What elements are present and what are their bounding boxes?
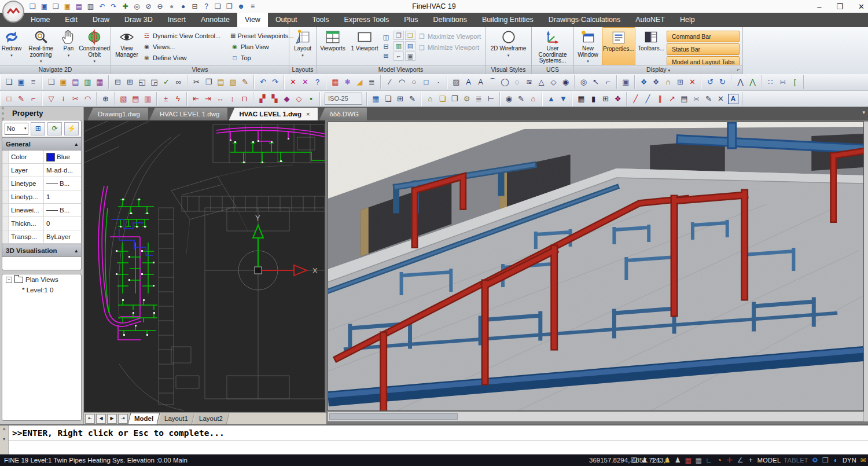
edit-b-icon[interactable]: ▚ <box>269 93 281 105</box>
tree-root-plan-views[interactable]: − Plan Views <box>2 274 81 285</box>
polar-tracking-icon[interactable]: ◔ <box>716 454 723 466</box>
batch-preview-icon[interactable]: ◲ <box>148 76 160 89</box>
property-row-layer[interactable]: LayerM-ad-d... <box>2 164 81 177</box>
menu-tab-annotate[interactable]: Annotate <box>193 13 237 27</box>
annotation-vis-icon[interactable]: ♟ <box>674 454 682 466</box>
move-icon[interactable]: ❖ <box>638 76 650 89</box>
zoom-icon[interactable]: ◎ <box>132 1 142 12</box>
menu-tab-draw-3d[interactable]: Draw 3D <box>117 13 160 27</box>
dim-baseline-icon[interactable]: ↕ <box>226 93 238 105</box>
edit-c-icon[interactable]: ◆ <box>281 93 293 105</box>
copy-dwg-icon[interactable]: ❐ <box>448 93 461 105</box>
bld-new-icon[interactable]: ❏ <box>28 1 38 12</box>
view-manager-button[interactable]: View Manager <box>111 27 142 65</box>
menu-tab-drawings-calculations[interactable]: Drawings-Calculations <box>541 13 628 27</box>
new-drawing-icon[interactable]: ❏ <box>51 1 61 12</box>
rect-red-icon[interactable]: □ <box>3 93 15 105</box>
layer-edit-icon[interactable]: ✎ <box>406 93 418 105</box>
viewport-2d-plan[interactable]: Y X <box>84 120 325 412</box>
tab-close-icon[interactable]: × <box>306 108 310 120</box>
pipe-edit-icon[interactable]: ✎ <box>703 93 715 105</box>
menu-tab-definitions[interactable]: Definitions <box>426 13 475 27</box>
tab-overflow-icon[interactable]: ▾ <box>862 109 865 115</box>
redo-icon[interactable]: ↷ <box>269 76 281 89</box>
purge-icon[interactable]: ✕ <box>299 76 311 89</box>
layout-nav-0-button[interactable]: ⇤ <box>85 414 95 424</box>
pan-icon[interactable]: ✚ <box>120 1 130 12</box>
folder-dwg-icon[interactable]: ❏ <box>436 93 448 105</box>
split-vertical-icon[interactable]: ◫ <box>381 33 391 41</box>
fillet-icon[interactable]: ◠ <box>82 93 94 105</box>
copy-obj-icon[interactable]: ❖ <box>650 76 662 89</box>
unlock-icon[interactable]: ∩ <box>662 76 674 89</box>
layer-sheet-icon[interactable]: ❏ <box>382 93 394 105</box>
preview-icon[interactable]: ◱ <box>136 76 148 89</box>
join-viewports-icon[interactable]: ❐ <box>393 31 404 40</box>
dyn-input-icon[interactable]: ◐ <box>832 454 840 466</box>
split-four-icon[interactable]: ⊞ <box>381 52 391 60</box>
layout-button[interactable]: Layout ▾ <box>289 27 316 65</box>
layout-tab-model[interactable]: Model <box>128 413 160 424</box>
mail-icon[interactable]: ✉ <box>859 454 867 466</box>
object-track-icon[interactable]: ∠ <box>737 454 744 466</box>
property-row-linetype[interactable]: LinetypeB... <box>2 177 81 190</box>
layout-nav-3-button[interactable]: ⇥ <box>118 414 128 424</box>
close-button[interactable]: ✕ <box>858 2 865 11</box>
save-as-icon[interactable]: ▥ <box>86 1 95 12</box>
wall-icon[interactable]: ▦ <box>575 93 587 105</box>
paste-special-icon[interactable]: ▧ <box>227 76 239 89</box>
layout-tab-layout2[interactable]: Layout2 <box>193 413 230 424</box>
sketch-icon[interactable]: ✎ <box>15 93 27 105</box>
command-close-icon[interactable]: ✕ <box>2 427 6 432</box>
cut-icon[interactable]: ✂ <box>190 76 203 89</box>
preset-viewpoints-button[interactable]: ▦Preset Viewpoints... <box>230 30 288 41</box>
layer-grid-icon[interactable]: ⊞ <box>394 93 406 105</box>
polygonal-viewport-icon[interactable]: ⌐ <box>393 52 404 61</box>
poly-select-icon[interactable]: ▽ <box>45 93 57 105</box>
pipe-blue-icon[interactable]: ╱ <box>642 93 654 105</box>
horizontal-scrollbar[interactable] <box>328 412 864 421</box>
menu-tab-express-tools[interactable]: Express Tools <box>337 13 397 27</box>
undo-icon[interactable]: ↶ <box>257 76 269 89</box>
ucs-button[interactable]: User Coordinate Systems... <box>532 27 573 65</box>
zoom-out-icon[interactable]: ⊘ <box>144 1 153 12</box>
hierarchy-icon[interactable]: ⊢ <box>485 93 497 105</box>
cascade-windows-icon[interactable]: ❐ <box>822 454 829 466</box>
array-icon[interactable]: ∷ <box>764 76 777 89</box>
region-icon[interactable]: ◇ <box>547 76 560 89</box>
redraw-button[interactable]: Redraw▾ <box>0 27 23 65</box>
drawing-tab-dwg[interactable]: δδδ.DWG <box>319 108 367 120</box>
menu-tab-plus[interactable]: Plus <box>396 13 425 27</box>
command-input[interactable] <box>9 441 868 454</box>
property-row-color[interactable]: ColorBlue <box>2 151 81 164</box>
rotate-cw-icon[interactable]: ↻ <box>716 76 729 89</box>
real-time-zooming-button[interactable]: Real-time zooming▾ <box>23 27 59 65</box>
layout-nav-1-button[interactable]: ◀ <box>96 414 106 424</box>
new-window-button[interactable]: New Window ▾ <box>574 27 602 65</box>
pipe-single-icon[interactable]: ╱ <box>630 93 642 105</box>
gradient-icon[interactable]: ◢ <box>354 76 366 89</box>
property-row-linetyp[interactable]: Linetyp...1 <box>2 190 81 204</box>
drawing-tab-hvac-level-1-dwg[interactable]: HVAC LEVEL 1.dwg× <box>229 108 318 120</box>
circle-icon[interactable]: ○ <box>408 76 420 89</box>
polyline-icon[interactable]: ⌐ <box>602 76 614 89</box>
freehand-icon[interactable]: ≀ <box>57 93 69 105</box>
door-icon[interactable]: ▮ <box>587 93 599 105</box>
property-row-linewei[interactable]: Linewei...B... <box>2 204 81 217</box>
print-icon[interactable]: ⊟ <box>112 76 124 89</box>
tree-collapse-icon[interactable]: − <box>6 277 12 283</box>
views-button[interactable]: ◉Views... <box>142 41 230 52</box>
fitting-icon[interactable]: ≍ <box>690 93 703 105</box>
viewports-button[interactable]: Viewports <box>317 27 349 65</box>
settings-icon[interactable]: ⚙ <box>461 93 473 105</box>
crosshair-icon[interactable]: + <box>747 454 755 466</box>
top-button[interactable]: □Top <box>230 52 288 63</box>
define-view-button[interactable]: ◉Define View <box>142 52 230 63</box>
tree-item-level1[interactable]: * Level:1 0 <box>2 285 81 295</box>
property-row-thickn[interactable]: Thickn...0 <box>2 217 81 230</box>
arc-icon[interactable]: ◠ <box>396 76 408 89</box>
minimize-button[interactable]: – <box>817 2 821 11</box>
drawing-tab-drawing1-dwg[interactable]: Drawing1.dwg <box>87 108 148 120</box>
viewport-a-icon[interactable]: ▧ <box>117 93 130 105</box>
dimension-style-select[interactable]: ISO-25 <box>325 93 362 105</box>
